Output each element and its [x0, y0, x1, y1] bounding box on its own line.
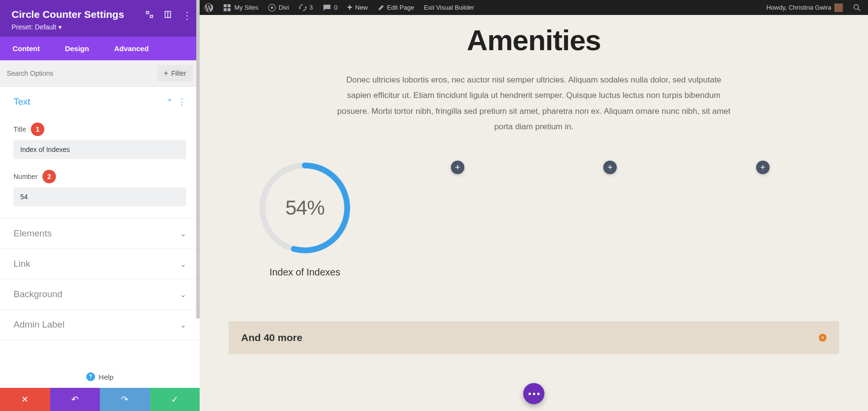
- section-link-title: Link: [14, 259, 30, 269]
- new-menu[interactable]: +New: [342, 0, 373, 15]
- column-1: 54% Index of Indexes: [229, 161, 381, 278]
- filter-button[interactable]: +Filter: [157, 65, 193, 82]
- more-icon[interactable]: ⋮: [177, 96, 186, 107]
- site-menu[interactable]: Divi: [263, 0, 294, 15]
- svg-point-2: [854, 4, 859, 9]
- page-heading: Amenities: [200, 24, 868, 57]
- help-label: Help: [99, 373, 114, 381]
- undo-button[interactable]: ↶: [50, 388, 100, 411]
- site-label: Divi: [279, 4, 289, 11]
- title-field-label: Title: [14, 125, 26, 133]
- section-text-header[interactable]: Text ⌃⋮: [0, 87, 200, 117]
- settings-tabs: Content Design Advanced: [0, 37, 200, 60]
- plus-icon: +: [347, 2, 353, 13]
- comments-menu[interactable]: 0: [318, 0, 342, 15]
- preset-label: Preset: Default: [12, 23, 56, 31]
- chevron-down-icon: ⌄: [180, 290, 186, 299]
- badge-1: 1: [31, 123, 44, 136]
- svg-point-1: [271, 6, 273, 9]
- add-module-button[interactable]: +: [603, 161, 617, 174]
- my-sites-label: My Sites: [234, 4, 258, 11]
- accordion-plus-icon: +: [819, 334, 827, 342]
- page-preview: Amenities Donec ultricies lobortis eros,…: [200, 15, 868, 411]
- footer-buttons: ✕ ↶ ↷ ✓: [0, 388, 200, 411]
- plus-icon: +: [164, 69, 168, 78]
- section-elements-header[interactable]: Elements⌄: [0, 219, 200, 248]
- tab-content[interactable]: Content: [0, 37, 53, 60]
- updates-count: 3: [310, 4, 313, 11]
- circle-counter-title: Index of Indexes: [270, 267, 340, 278]
- chevron-up-icon: ⌃: [166, 97, 173, 107]
- chevron-down-icon: ⌄: [180, 320, 186, 329]
- admin-search[interactable]: [850, 0, 864, 15]
- tab-advanced[interactable]: Advanced: [102, 37, 162, 60]
- exit-vb-label: Exit Visual Builder: [424, 4, 475, 11]
- tab-design[interactable]: Design: [53, 37, 102, 60]
- chevron-down-icon: ⌄: [180, 260, 186, 269]
- column-4: +: [687, 161, 840, 278]
- redo-button[interactable]: ↷: [100, 388, 150, 411]
- help-link[interactable]: ?Help: [0, 366, 200, 388]
- title-field[interactable]: [14, 140, 186, 159]
- preset-selector[interactable]: Preset: Default▾: [12, 23, 188, 31]
- search-options-row: +Filter: [0, 60, 200, 87]
- section-text-title: Text: [14, 96, 30, 107]
- badge-2: 2: [42, 170, 56, 183]
- account-menu[interactable]: Howdy, Christina Gwira: [761, 0, 846, 15]
- svg-rect-3: [147, 12, 149, 14]
- help-icon: ?: [86, 372, 95, 381]
- accordion-more-label: And 40 more: [241, 332, 302, 343]
- section-link-header[interactable]: Link⌄: [0, 249, 200, 279]
- save-button[interactable]: ✓: [150, 388, 200, 411]
- add-module-button[interactable]: +: [756, 161, 770, 174]
- chevron-down-icon: ▾: [58, 23, 62, 31]
- edit-page-menu[interactable]: Edit Page: [373, 0, 419, 15]
- filter-label: Filter: [171, 69, 186, 77]
- chevron-down-icon: ⌄: [180, 229, 186, 238]
- section-admin-label-title: Admin Label: [14, 319, 65, 330]
- avatar: [834, 3, 843, 12]
- sidebar-header: Circle Counter Settings Preset: Default▾…: [0, 0, 200, 37]
- column-2: +: [381, 161, 534, 278]
- wp-admin-bar: My Sites Divi 3 0 +New Edit Page Exit Vi…: [200, 0, 868, 15]
- scrollbar[interactable]: [196, 0, 200, 318]
- page-paragraph: Donec ultricies lobortis eros, nec aucto…: [334, 72, 734, 135]
- new-label: New: [355, 4, 368, 11]
- settings-sidebar: Circle Counter Settings Preset: Default▾…: [0, 0, 200, 411]
- column-3: +: [534, 161, 687, 278]
- wp-logo[interactable]: [200, 0, 218, 15]
- svg-rect-4: [150, 15, 153, 18]
- section-background-header[interactable]: Background⌄: [0, 279, 200, 309]
- updates-menu[interactable]: 3: [294, 0, 318, 15]
- my-sites-menu[interactable]: My Sites: [218, 0, 263, 15]
- responsive-icon[interactable]: [164, 11, 172, 20]
- cancel-button[interactable]: ✕: [0, 388, 50, 411]
- section-background-title: Background: [14, 289, 62, 300]
- number-field[interactable]: [14, 187, 186, 206]
- number-field-label: Number: [14, 173, 38, 180]
- more-icon[interactable]: ⋮: [182, 11, 192, 20]
- circle-counter[interactable]: 54%: [258, 161, 352, 255]
- edit-page-label: Edit Page: [387, 4, 414, 11]
- add-module-button[interactable]: +: [451, 161, 464, 174]
- section-elements-title: Elements: [14, 228, 52, 239]
- circle-percent: 54%: [258, 161, 352, 255]
- accordion-more[interactable]: And 40 more +: [229, 321, 839, 354]
- builder-fab[interactable]: [523, 383, 544, 404]
- howdy-label: Howdy, Christina Gwira: [766, 4, 831, 11]
- exit-visual-builder[interactable]: Exit Visual Builder: [419, 0, 479, 15]
- comments-count: 0: [334, 4, 338, 11]
- search-input[interactable]: [7, 69, 157, 77]
- expand-icon[interactable]: [146, 11, 153, 20]
- section-admin-label-header[interactable]: Admin Label⌄: [0, 310, 200, 340]
